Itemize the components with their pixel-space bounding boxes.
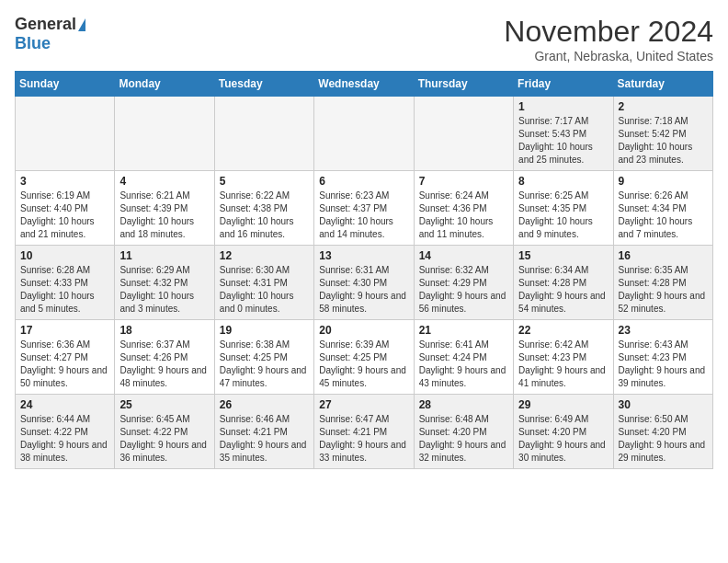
- day-number: 18: [119, 324, 209, 337]
- day-number: 29: [518, 398, 608, 411]
- day-number: 21: [419, 324, 508, 337]
- day-info: Sunrise: 6:36 AM Sunset: 4:27 PM Dayligh…: [20, 339, 109, 390]
- day-number: 8: [518, 175, 608, 188]
- header-friday: Friday: [514, 72, 613, 97]
- calendar-week-4: 24Sunrise: 6:44 AM Sunset: 4:22 PM Dayli…: [16, 395, 713, 469]
- calendar-cell: 22Sunrise: 6:42 AM Sunset: 4:23 PM Dayli…: [514, 320, 613, 395]
- subtitle: Grant, Nebraska, United States: [504, 49, 713, 63]
- calendar-cell: [115, 97, 214, 171]
- day-number: 15: [518, 249, 608, 262]
- calendar-header-row: Sunday Monday Tuesday Wednesday Thursday…: [16, 72, 713, 97]
- calendar-cell: [214, 97, 313, 171]
- calendar-cell: 12Sunrise: 6:30 AM Sunset: 4:31 PM Dayli…: [214, 246, 313, 320]
- day-info: Sunrise: 6:47 AM Sunset: 4:21 PM Dayligh…: [319, 413, 408, 465]
- calendar-cell: 4Sunrise: 6:21 AM Sunset: 4:39 PM Daylig…: [115, 171, 214, 246]
- day-info: Sunrise: 6:38 AM Sunset: 4:25 PM Dayligh…: [220, 339, 309, 390]
- day-info: Sunrise: 6:28 AM Sunset: 4:33 PM Dayligh…: [20, 264, 109, 316]
- calendar-cell: 18Sunrise: 6:37 AM Sunset: 4:26 PM Dayli…: [115, 320, 214, 395]
- day-number: 6: [319, 175, 408, 188]
- day-info: Sunrise: 6:34 AM Sunset: 4:28 PM Dayligh…: [518, 264, 608, 316]
- day-number: 22: [518, 324, 608, 337]
- day-info: Sunrise: 7:18 AM Sunset: 5:42 PM Dayligh…: [619, 115, 708, 167]
- calendar-cell: 2Sunrise: 7:18 AM Sunset: 5:42 PM Daylig…: [613, 97, 712, 171]
- day-info: Sunrise: 6:50 AM Sunset: 4:20 PM Dayligh…: [619, 413, 708, 465]
- day-info: Sunrise: 6:25 AM Sunset: 4:35 PM Dayligh…: [518, 190, 608, 241]
- calendar-cell: 28Sunrise: 6:48 AM Sunset: 4:20 PM Dayli…: [414, 395, 513, 469]
- calendar-cell: 15Sunrise: 6:34 AM Sunset: 4:28 PM Dayli…: [514, 246, 613, 320]
- logo-blue-text: Blue: [15, 34, 51, 53]
- month-title: November 2024: [504, 15, 713, 49]
- calendar-cell: 8Sunrise: 6:25 AM Sunset: 4:35 PM Daylig…: [514, 171, 613, 246]
- calendar-cell: 16Sunrise: 6:35 AM Sunset: 4:28 PM Dayli…: [613, 246, 712, 320]
- day-number: 24: [20, 398, 109, 411]
- day-number: 16: [619, 249, 708, 262]
- calendar-cell: 21Sunrise: 6:41 AM Sunset: 4:24 PM Dayli…: [414, 320, 513, 395]
- calendar-cell: 24Sunrise: 6:44 AM Sunset: 4:22 PM Dayli…: [16, 395, 115, 469]
- day-info: Sunrise: 6:24 AM Sunset: 4:36 PM Dayligh…: [419, 190, 508, 241]
- day-info: Sunrise: 6:22 AM Sunset: 4:38 PM Dayligh…: [220, 190, 309, 241]
- day-number: 2: [619, 100, 708, 113]
- day-info: Sunrise: 6:46 AM Sunset: 4:21 PM Dayligh…: [220, 413, 309, 465]
- header-thursday: Thursday: [414, 72, 513, 97]
- logo-general-text: General: [15, 15, 76, 34]
- day-info: Sunrise: 6:21 AM Sunset: 4:39 PM Dayligh…: [119, 190, 209, 241]
- header-tuesday: Tuesday: [214, 72, 313, 97]
- calendar-cell: 6Sunrise: 6:23 AM Sunset: 4:37 PM Daylig…: [314, 171, 414, 246]
- calendar-cell: 17Sunrise: 6:36 AM Sunset: 4:27 PM Dayli…: [16, 320, 115, 395]
- calendar-cell: 23Sunrise: 6:43 AM Sunset: 4:23 PM Dayli…: [613, 320, 712, 395]
- day-info: Sunrise: 7:17 AM Sunset: 5:43 PM Dayligh…: [518, 115, 608, 167]
- day-number: 10: [20, 249, 109, 262]
- day-info: Sunrise: 6:39 AM Sunset: 4:25 PM Dayligh…: [319, 339, 408, 390]
- day-number: 20: [319, 324, 408, 337]
- day-info: Sunrise: 6:31 AM Sunset: 4:30 PM Dayligh…: [319, 264, 408, 316]
- calendar-cell: 19Sunrise: 6:38 AM Sunset: 4:25 PM Dayli…: [214, 320, 313, 395]
- calendar-cell: [314, 97, 414, 171]
- calendar-cell: 13Sunrise: 6:31 AM Sunset: 4:30 PM Dayli…: [314, 246, 414, 320]
- logo: General Blue: [15, 15, 85, 53]
- title-section: November 2024 Grant, Nebraska, United St…: [504, 15, 713, 63]
- day-info: Sunrise: 6:43 AM Sunset: 4:23 PM Dayligh…: [619, 339, 708, 390]
- calendar-cell: 14Sunrise: 6:32 AM Sunset: 4:29 PM Dayli…: [414, 246, 513, 320]
- day-number: 25: [119, 398, 209, 411]
- day-number: 12: [220, 249, 309, 262]
- calendar-week-2: 10Sunrise: 6:28 AM Sunset: 4:33 PM Dayli…: [16, 246, 713, 320]
- day-info: Sunrise: 6:45 AM Sunset: 4:22 PM Dayligh…: [119, 413, 209, 465]
- day-info: Sunrise: 6:29 AM Sunset: 4:32 PM Dayligh…: [119, 264, 209, 316]
- day-info: Sunrise: 6:32 AM Sunset: 4:29 PM Dayligh…: [419, 264, 508, 316]
- day-number: 23: [619, 324, 708, 337]
- day-info: Sunrise: 6:26 AM Sunset: 4:34 PM Dayligh…: [619, 190, 708, 241]
- day-number: 9: [619, 175, 708, 188]
- calendar-cell: 27Sunrise: 6:47 AM Sunset: 4:21 PM Dayli…: [314, 395, 414, 469]
- day-info: Sunrise: 6:30 AM Sunset: 4:31 PM Dayligh…: [220, 264, 309, 316]
- calendar-cell: 25Sunrise: 6:45 AM Sunset: 4:22 PM Dayli…: [115, 395, 214, 469]
- day-number: 3: [20, 175, 109, 188]
- day-number: 19: [220, 324, 309, 337]
- day-info: Sunrise: 6:44 AM Sunset: 4:22 PM Dayligh…: [20, 413, 109, 465]
- day-info: Sunrise: 6:48 AM Sunset: 4:20 PM Dayligh…: [419, 413, 508, 465]
- day-number: 27: [319, 398, 408, 411]
- day-number: 26: [220, 398, 309, 411]
- day-info: Sunrise: 6:49 AM Sunset: 4:20 PM Dayligh…: [518, 413, 608, 465]
- day-number: 1: [518, 100, 608, 113]
- day-number: 28: [419, 398, 508, 411]
- day-number: 14: [419, 249, 508, 262]
- calendar-week-0: 1Sunrise: 7:17 AM Sunset: 5:43 PM Daylig…: [16, 97, 713, 171]
- header-monday: Monday: [115, 72, 214, 97]
- calendar-week-1: 3Sunrise: 6:19 AM Sunset: 4:40 PM Daylig…: [16, 171, 713, 246]
- calendar-cell: 29Sunrise: 6:49 AM Sunset: 4:20 PM Dayli…: [514, 395, 613, 469]
- day-number: 4: [119, 175, 209, 188]
- day-number: 7: [419, 175, 508, 188]
- calendar-cell: 30Sunrise: 6:50 AM Sunset: 4:20 PM Dayli…: [613, 395, 712, 469]
- day-info: Sunrise: 6:37 AM Sunset: 4:26 PM Dayligh…: [119, 339, 209, 390]
- calendar-cell: 9Sunrise: 6:26 AM Sunset: 4:34 PM Daylig…: [613, 171, 712, 246]
- calendar-cell: 10Sunrise: 6:28 AM Sunset: 4:33 PM Dayli…: [16, 246, 115, 320]
- header-wednesday: Wednesday: [314, 72, 414, 97]
- day-info: Sunrise: 6:23 AM Sunset: 4:37 PM Dayligh…: [319, 190, 408, 241]
- logo-icon: [78, 18, 85, 31]
- header: General Blue November 2024 Grant, Nebras…: [15, 15, 713, 63]
- day-number: 17: [20, 324, 109, 337]
- day-number: 30: [619, 398, 708, 411]
- calendar-cell: 20Sunrise: 6:39 AM Sunset: 4:25 PM Dayli…: [314, 320, 414, 395]
- calendar-cell: 26Sunrise: 6:46 AM Sunset: 4:21 PM Dayli…: [214, 395, 313, 469]
- day-info: Sunrise: 6:19 AM Sunset: 4:40 PM Dayligh…: [20, 190, 109, 241]
